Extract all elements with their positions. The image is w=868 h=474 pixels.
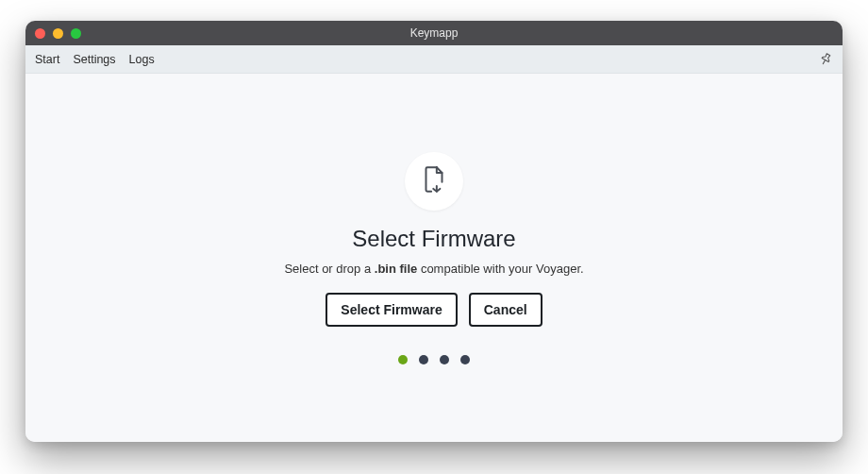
file-download-icon-container	[405, 152, 463, 211]
page-heading: Select Firmware	[352, 226, 515, 252]
step-dot-4[interactable]	[460, 355, 470, 364]
menu-item-logs[interactable]: Logs	[129, 53, 155, 66]
cancel-button[interactable]: Cancel	[469, 293, 542, 327]
subtext-pre: Select or drop a	[284, 262, 374, 276]
pin-icon[interactable]	[815, 49, 836, 70]
window-titlebar: Keymapp	[25, 21, 843, 45]
select-firmware-button[interactable]: Select Firmware	[326, 293, 457, 327]
window-title: Keymapp	[410, 26, 459, 40]
button-row: Select Firmware Cancel	[326, 293, 542, 327]
minimize-window-button[interactable]	[53, 28, 63, 39]
step-dot-2[interactable]	[419, 355, 428, 364]
step-dot-3[interactable]	[440, 355, 449, 364]
traffic-lights	[25, 28, 81, 39]
file-download-icon	[418, 163, 450, 199]
menu-items: Start Settings Logs	[35, 53, 155, 66]
subtext-post: compatible with your Voyager.	[417, 262, 583, 276]
close-window-button[interactable]	[35, 28, 45, 39]
subtext-bold: .bin file	[375, 262, 418, 276]
menubar: Start Settings Logs	[25, 45, 843, 74]
main-content: Select Firmware Select or drop a .bin fi…	[25, 74, 843, 442]
step-indicator	[398, 355, 470, 364]
menu-item-start[interactable]: Start	[35, 53, 59, 66]
menu-item-settings[interactable]: Settings	[73, 53, 115, 66]
zoom-window-button[interactable]	[71, 28, 81, 39]
page-subtext: Select or drop a .bin file compatible wi…	[284, 262, 583, 276]
step-dot-1[interactable]	[398, 355, 408, 364]
app-window: Keymapp Start Settings Logs	[25, 21, 843, 442]
